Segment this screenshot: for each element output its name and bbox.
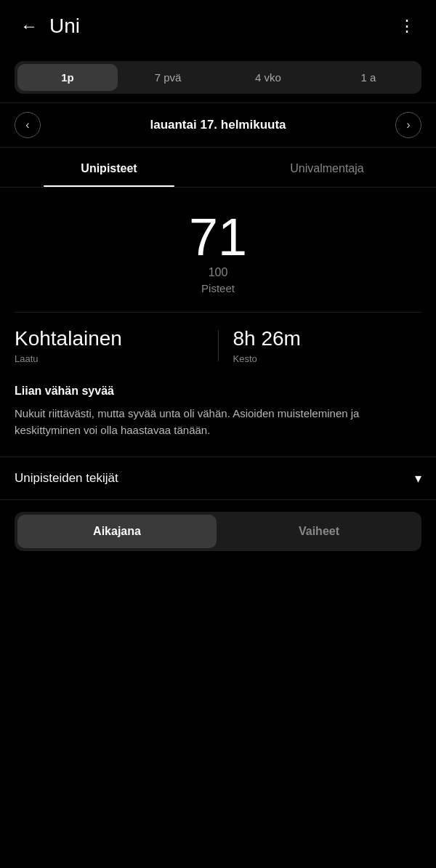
- accordion-factors[interactable]: Unipisteiden tekijät ▾: [0, 457, 436, 500]
- current-date: lauantai 17. helmikuuta: [150, 118, 286, 132]
- next-date-button[interactable]: ›: [395, 112, 421, 138]
- app-header: ← Uni ⋮: [0, 0, 436, 52]
- tab-univalmentaja[interactable]: Univalmentaja: [218, 150, 436, 187]
- period-7pva[interactable]: 7 pvä: [118, 64, 218, 91]
- prev-date-button[interactable]: ‹: [15, 112, 41, 138]
- accordion-label: Unipisteiden tekijät: [15, 471, 118, 486]
- bottom-tab-aikajana[interactable]: Aikajana: [17, 515, 217, 548]
- duration-value: 8h 26m: [233, 327, 422, 350]
- back-button[interactable]: ←: [15, 12, 44, 41]
- menu-button[interactable]: ⋮: [392, 12, 421, 41]
- period-1p[interactable]: 1p: [17, 64, 118, 91]
- stat-duration: 8h 26m Kesto: [233, 327, 422, 364]
- tab-unipisteet[interactable]: Unipisteet: [0, 150, 218, 187]
- date-navigation: ‹ lauantai 17. helmikuuta ›: [0, 103, 436, 148]
- chevron-down-icon: ▾: [415, 470, 421, 486]
- bottom-tab-vaiheet[interactable]: Vaiheet: [219, 515, 419, 548]
- period-4vko[interactable]: 4 vko: [218, 64, 318, 91]
- bottom-tab-group: Aikajana Vaiheet: [15, 512, 421, 551]
- score-max: 100: [209, 266, 228, 279]
- quality-label: Laatu: [15, 353, 203, 364]
- period-1a[interactable]: 1 a: [318, 64, 419, 91]
- score-label: Pisteet: [201, 282, 235, 294]
- info-section: Liian vähän syvää Nukuit riittävästi, mu…: [0, 376, 436, 457]
- info-text: Nukuit riittävästi, mutta syvää unta oli…: [15, 405, 421, 439]
- period-selector: 1p 7 pvä 4 vko 1 a: [15, 61, 421, 94]
- stat-quality: Kohtalainen Laatu: [15, 327, 203, 364]
- duration-label: Kesto: [233, 353, 422, 364]
- score-value: 71: [189, 211, 247, 263]
- score-section: 71 100 Pisteet: [0, 188, 436, 312]
- stat-divider: [218, 330, 219, 361]
- content-tabs: Unipisteet Univalmentaja: [0, 150, 436, 188]
- stats-row: Kohtalainen Laatu 8h 26m Kesto: [0, 313, 436, 376]
- page-title: Uni: [44, 15, 392, 38]
- quality-value: Kohtalainen: [15, 327, 203, 350]
- info-title: Liian vähän syvää: [15, 385, 421, 398]
